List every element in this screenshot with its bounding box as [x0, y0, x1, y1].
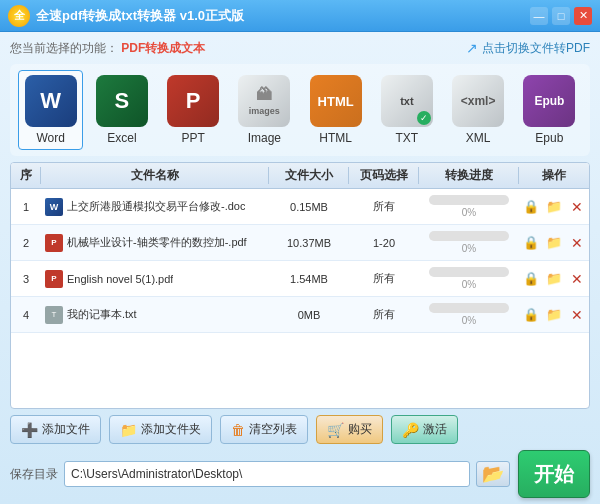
epub-icon: Epub — [523, 75, 575, 127]
switch-arrow-icon: ↗ — [466, 40, 478, 56]
word-label: Word — [36, 131, 64, 145]
maximize-button[interactable]: □ — [552, 7, 570, 25]
xml-icon: <xml> — [452, 75, 504, 127]
txt-icon: txt ✓ — [381, 75, 433, 127]
table-row: 4T我的记事本.txt0MB所有0% 🔒 📁 ✕ — [11, 297, 589, 333]
col-header-size: 文件大小 — [269, 167, 349, 184]
close-button[interactable]: ✕ — [574, 7, 592, 25]
format-btn-html[interactable]: HTML HTML — [303, 70, 368, 150]
function-label: 您当前选择的功能： PDF转换成文本 — [10, 40, 205, 57]
format-btn-txt[interactable]: txt ✓ TXT — [374, 70, 439, 150]
add-folder-label: 添加文件夹 — [141, 421, 201, 438]
add-file-icon: ➕ — [21, 422, 38, 438]
start-label: 开始 — [534, 461, 574, 488]
browse-folder-button[interactable]: 📂 — [476, 461, 510, 487]
title-controls: — □ ✕ — [530, 7, 592, 25]
app-title: 全速pdf转换成txt转换器 v1.0正式版 — [36, 7, 244, 25]
row-filename: PEnglish novel 5(1).pdf — [41, 270, 269, 288]
excel-label: Excel — [107, 131, 136, 145]
row-remove-button[interactable]: ✕ — [568, 306, 585, 324]
row-pages: 所有 — [349, 271, 419, 286]
progress-bar-wrap — [429, 231, 509, 241]
format-btn-word[interactable]: W Word — [18, 70, 83, 150]
progress-text: 0% — [462, 207, 476, 218]
image-label: Image — [248, 131, 281, 145]
row-pages: 所有 — [349, 307, 419, 322]
col-header-index: 序 — [11, 167, 41, 184]
row-ops: 🔒 📁 ✕ — [519, 198, 589, 216]
html-label: HTML — [319, 131, 352, 145]
row-folder-button[interactable]: 📁 — [546, 198, 563, 216]
activate-label: 激活 — [423, 421, 447, 438]
html-icon: HTML — [310, 75, 362, 127]
col-header-ops: 操作 — [519, 167, 589, 184]
save-path-row: 保存目录 📂 开始 — [10, 450, 590, 498]
table-row: 3PEnglish novel 5(1).pdf1.54MB所有0% 🔒 📁 ✕ — [11, 261, 589, 297]
file-txt-icon: T — [45, 306, 63, 324]
row-filename: P机械毕业设计-轴类零件的数控加-.pdf — [41, 234, 269, 252]
progress-text: 0% — [462, 243, 476, 254]
format-btn-epub[interactable]: Epub Epub — [517, 70, 582, 150]
row-size: 0.15MB — [269, 201, 349, 213]
format-btn-xml[interactable]: <xml> XML — [446, 70, 511, 150]
buy-label: 购买 — [348, 421, 372, 438]
image-icon: 🏔 images — [238, 75, 290, 127]
switch-text: 点击切换文件转PDF — [482, 40, 590, 57]
file-pdf-icon: P — [45, 270, 63, 288]
progress-bar-wrap — [429, 195, 509, 205]
row-progress: 0% — [419, 303, 519, 326]
clear-list-button[interactable]: 🗑 清空列表 — [220, 415, 308, 444]
row-size: 0MB — [269, 309, 349, 321]
format-btn-image[interactable]: 🏔 images Image — [232, 70, 297, 150]
buy-icon: 🛒 — [327, 422, 344, 438]
col-header-progress: 转换进度 — [419, 167, 519, 184]
row-remove-button[interactable]: ✕ — [568, 270, 585, 288]
buy-button[interactable]: 🛒 购买 — [316, 415, 383, 444]
row-folder-button[interactable]: 📁 — [546, 306, 563, 324]
switch-link[interactable]: ↗ 点击切换文件转PDF — [466, 40, 590, 57]
folder-icon: 📂 — [482, 463, 504, 485]
row-folder-button[interactable]: 📁 — [546, 270, 563, 288]
row-remove-button[interactable]: ✕ — [568, 198, 585, 216]
epub-label: Epub — [535, 131, 563, 145]
row-remove-button[interactable]: ✕ — [568, 234, 585, 252]
format-btn-ppt[interactable]: P PPT — [161, 70, 226, 150]
save-path-area: 保存目录 📂 — [10, 461, 510, 487]
progress-text: 0% — [462, 279, 476, 290]
table-row: 1W上交所港股通模拟交易平台修改-.doc0.15MB所有0% 🔒 📁 ✕ — [11, 189, 589, 225]
row-index: 3 — [11, 273, 41, 285]
row-pages: 所有 — [349, 199, 419, 214]
action-buttons: ➕ 添加文件 📁 添加文件夹 🗑 清空列表 🛒 购买 🔑 激活 — [10, 415, 590, 444]
progress-bar-wrap — [429, 267, 509, 277]
activate-icon: 🔑 — [402, 422, 419, 438]
row-index: 4 — [11, 309, 41, 321]
txt-label: TXT — [396, 131, 419, 145]
format-icons-row: W Word S Excel P PPT 🏔 images — [10, 64, 590, 156]
clear-list-label: 清空列表 — [249, 421, 297, 438]
row-ops: 🔒 📁 ✕ — [519, 234, 589, 252]
table-row: 2P机械毕业设计-轴类零件的数控加-.pdf10.37MB1-200% 🔒 📁 … — [11, 225, 589, 261]
title-bar: 全 全速pdf转换成txt转换器 v1.0正式版 — □ ✕ — [0, 0, 600, 32]
xml-label: XML — [466, 131, 491, 145]
row-lock-button[interactable]: 🔒 — [523, 198, 540, 216]
ppt-label: PPT — [181, 131, 204, 145]
add-file-button[interactable]: ➕ 添加文件 — [10, 415, 101, 444]
row-index: 2 — [11, 237, 41, 249]
format-btn-excel[interactable]: S Excel — [89, 70, 154, 150]
start-area: 开始 — [518, 450, 590, 498]
activate-button[interactable]: 🔑 激活 — [391, 415, 458, 444]
row-lock-button[interactable]: 🔒 — [523, 234, 540, 252]
row-lock-button[interactable]: 🔒 — [523, 270, 540, 288]
row-pages: 1-20 — [349, 237, 419, 249]
minimize-button[interactable]: — — [530, 7, 548, 25]
col-header-filename: 文件名称 — [41, 167, 269, 184]
row-folder-button[interactable]: 📁 — [546, 234, 563, 252]
start-button[interactable]: 开始 — [518, 450, 590, 498]
progress-bar-wrap — [429, 303, 509, 313]
word-icon: W — [25, 75, 77, 127]
file-pdf-icon: P — [45, 234, 63, 252]
add-folder-icon: 📁 — [120, 422, 137, 438]
add-folder-button[interactable]: 📁 添加文件夹 — [109, 415, 212, 444]
row-lock-button[interactable]: 🔒 — [523, 306, 540, 324]
save-path-input[interactable] — [64, 461, 470, 487]
